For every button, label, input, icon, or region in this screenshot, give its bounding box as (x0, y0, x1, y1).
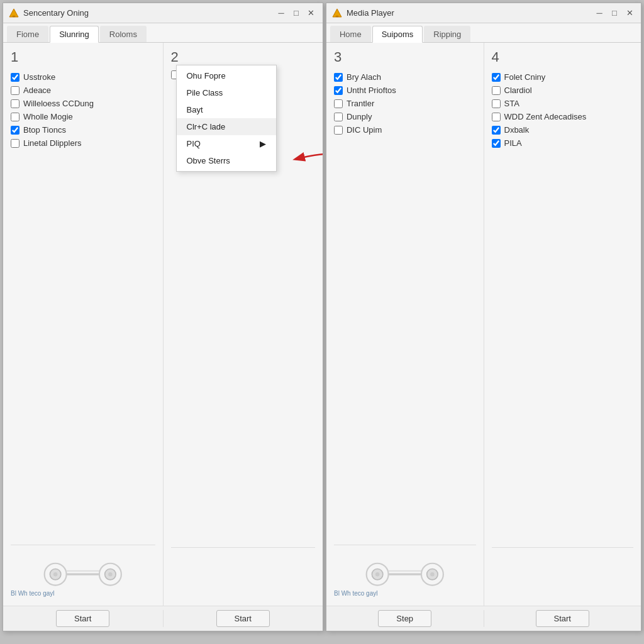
right-window-content: 3 Bry Alach Untht Prioftos Trantler Dunp… (326, 43, 641, 606)
right-window-title: Media Player (347, 8, 593, 18)
right-window: Media Player ─ □ ✕ Home Suipoms Ripping … (326, 3, 641, 631)
left-tab-slunring[interactable]: Slunring (50, 26, 99, 43)
item-label: Linetal Dlipplers (23, 138, 82, 148)
item-label: WDD Zent Adecadises (504, 112, 587, 121)
context-menu-item-obve[interactable]: Obve Sterrs (177, 152, 276, 169)
left-maximize-btn[interactable]: □ (290, 7, 303, 19)
panel-2-number: 2 (171, 49, 316, 65)
right-tab-home[interactable]: Home (330, 26, 371, 42)
left-close-btn[interactable]: ✕ (305, 7, 318, 19)
item-label: Trantler (347, 99, 374, 108)
svg-point-14 (375, 572, 380, 577)
left-tab-fiome[interactable]: Fiome (7, 26, 48, 42)
context-menu-item-ohu[interactable]: Ohu Fopre (177, 67, 276, 84)
list-item: WDD Zent Adecadises (492, 110, 634, 123)
panel-3: 3 Bry Alach Untht Prioftos Trantler Dunp… (326, 43, 484, 606)
panel-2-footer (171, 547, 316, 599)
panel-3-step-btn[interactable]: Step (378, 610, 431, 627)
checkbox-folet[interactable] (492, 73, 501, 82)
list-item: Trantler (334, 97, 476, 110)
context-menu-item-clrc[interactable]: Clr+C lade (177, 118, 276, 135)
item-label: Clardiol (504, 86, 532, 95)
checkbox-willeloess[interactable] (11, 99, 19, 108)
checkbox-linetal[interactable] (11, 139, 19, 148)
panel-3-footer-label: Bl Wh teco gayl (334, 590, 476, 597)
panel-1-number: 1 (11, 49, 155, 65)
checkbox-wdd[interactable] (492, 113, 501, 121)
panel-4-bottom: Start (484, 610, 641, 627)
item-label: STA (504, 99, 519, 108)
checkbox-pila[interactable] (492, 139, 501, 148)
list-item: DIC Upim (334, 123, 476, 136)
list-item: Usstroke (11, 70, 155, 84)
checkbox-wholle[interactable] (11, 113, 19, 121)
panel-1-start-btn[interactable]: Start (56, 610, 109, 627)
item-label: Willeloess CCDung (23, 99, 94, 108)
svg-point-1 (13, 15, 16, 16)
checkbox-btop[interactable] (11, 126, 19, 135)
checkbox-usstroke[interactable] (11, 73, 19, 82)
checkbox-bry[interactable] (334, 73, 343, 82)
context-menu: Ohu Fopre Pile Class Bayt Clr+C lade PIQ… (176, 65, 277, 172)
left-app-icon (8, 8, 19, 19)
item-label: PILA (504, 138, 522, 148)
item-label: Wholle Mogie (23, 112, 73, 121)
left-minimize-btn[interactable]: ─ (275, 7, 287, 19)
right-title-bar: Media Player ─ □ ✕ (326, 3, 641, 23)
checkbox-trantler[interactable] (334, 99, 343, 108)
context-menu-item-piq[interactable]: PIQ ▶ (177, 135, 276, 152)
panel-3-footer: Bl Wh teco gayl (334, 545, 476, 599)
list-item: Untht Prioftos (334, 84, 476, 97)
list-item: Bry Alach (334, 70, 476, 84)
panel-1: 1 Usstroke Adeace Willeloess CCDung Whol… (3, 43, 164, 606)
context-menu-item-pile[interactable]: Pile Class (177, 84, 276, 101)
left-window-title: Sencentary Oning (23, 8, 275, 18)
right-minimize-btn[interactable]: ─ (593, 7, 606, 19)
checkbox-clardiol[interactable] (492, 86, 501, 95)
right-tab-bar: Home Suipoms Ripping (326, 23, 641, 43)
list-item: Willeloess CCDung (11, 97, 155, 110)
list-item: Dunply (334, 110, 476, 123)
item-label: Adeace (23, 86, 51, 95)
checkbox-sta[interactable] (492, 99, 501, 108)
right-tab-ripping[interactable]: Ripping (424, 26, 470, 42)
list-item: Folet Cniny (492, 70, 634, 84)
svg-point-11 (335, 15, 338, 16)
right-maximize-btn[interactable]: □ (608, 7, 621, 19)
panel-4-number: 4 (492, 49, 634, 65)
item-label: Dxbalk (504, 125, 530, 135)
checkbox-dunply[interactable] (334, 113, 343, 121)
panel-1-footer-label: Bl Wh teco gayl (11, 590, 155, 597)
left-bottom-strip: Start Start (3, 606, 323, 631)
list-item: Linetal Dlipplers (11, 136, 155, 150)
left-tab-bar: Fiome Slunring Roloms (3, 23, 323, 43)
list-item: Dxbalk (492, 123, 634, 136)
panel-4-start-btn[interactable]: Start (536, 610, 589, 627)
item-label: Dunply (347, 112, 372, 121)
submenu-arrow-icon: ▶ (260, 139, 266, 148)
list-item: Btop Tioncs (11, 123, 155, 136)
panel-3-graphic (334, 550, 476, 588)
right-tab-suipoms[interactable]: Suipoms (372, 26, 423, 43)
panel-2: 2 Ohu Fopre Pile Class Bayt Clr+C lade (164, 43, 323, 606)
panel-3-number: 3 (334, 49, 476, 65)
context-menu-item-bayt[interactable]: Bayt (177, 101, 276, 118)
list-item: STA (492, 97, 634, 110)
checkbox-adeace[interactable] (11, 86, 19, 95)
item-label: Usstroke (23, 72, 55, 82)
svg-point-9 (108, 572, 113, 577)
left-tab-roloms[interactable]: Roloms (100, 26, 147, 42)
panel-1-footer: Bl Wh teco gayl (11, 545, 155, 599)
panel-1-graphic (11, 550, 155, 588)
right-close-btn[interactable]: ✕ (623, 7, 636, 19)
left-window-controls: ─ □ ✕ (275, 7, 318, 19)
item-label: Bry Alach (347, 72, 381, 82)
checkbox-dxbalk[interactable] (492, 126, 501, 135)
checkbox-untht[interactable] (334, 86, 343, 95)
item-label: Untht Prioftos (347, 86, 396, 95)
checkbox-dic[interactable] (334, 126, 343, 135)
list-item: Adeace (11, 84, 155, 97)
panel-2-start-btn[interactable]: Start (216, 610, 270, 627)
right-bottom-strip: Step Start (326, 606, 641, 631)
left-window: Sencentary Oning ─ □ ✕ Fiome Slunring Ro… (3, 3, 323, 631)
